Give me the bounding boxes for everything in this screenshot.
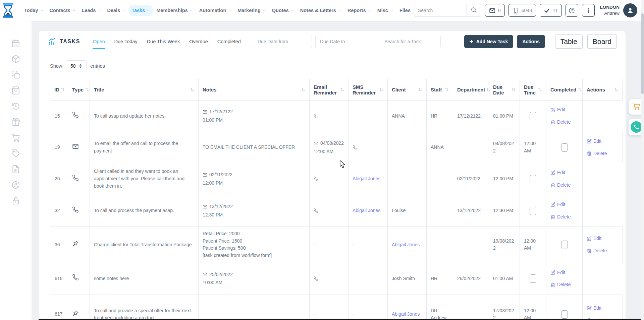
edit-link[interactable]: Edit (550, 106, 578, 114)
nav-item-quotes[interactable]: Quotes (269, 5, 297, 16)
client-link[interactable]: Abigail Jones (353, 176, 380, 181)
nav-item-marketing[interactable]: Marketing (234, 5, 269, 16)
account-icon[interactable] (11, 181, 20, 189)
column-header-id[interactable]: ID (50, 79, 68, 101)
edit-link[interactable]: Edit (550, 269, 578, 276)
sort-icon (61, 87, 65, 92)
nav-item-deals[interactable]: Deals (104, 5, 129, 16)
task-search-input[interactable] (380, 35, 441, 48)
edit-link[interactable]: Edit (587, 305, 618, 312)
cell-sms-reminder: 01:00 PM (310, 101, 348, 132)
delete-link[interactable]: Delete (587, 150, 618, 157)
completed-checkbox[interactable] (530, 112, 536, 120)
plus-icon: + (470, 38, 473, 45)
history-icon[interactable] (11, 102, 20, 111)
client-link[interactable]: Abigail Jones (392, 242, 420, 247)
tab-open[interactable]: Open (88, 31, 109, 52)
add-new-task-button[interactable]: + Add New Task (464, 35, 514, 48)
completed-checkbox[interactable] (530, 175, 536, 183)
completed-checkbox[interactable] (530, 207, 536, 215)
user-name: Andrew (600, 10, 620, 16)
package-icon[interactable] (11, 55, 20, 63)
mail-indicator-button[interactable]: 0 (485, 4, 505, 17)
edit-link[interactable]: Edit (550, 169, 578, 177)
column-header-sms[interactable]: SMS Reminder (348, 79, 388, 101)
cell-type: To call customer in order to book an app… (68, 163, 90, 195)
nav-item-misc[interactable]: Misc (374, 5, 396, 16)
due-date-from-input[interactable] (253, 35, 312, 48)
completed-checkbox[interactable] (561, 241, 568, 249)
nav-item-memberships[interactable]: Memberships (153, 5, 196, 16)
nav-item-contacts[interactable]: Contacts (47, 5, 79, 16)
app-logo[interactable] (0, 2, 16, 18)
nav-item-leads[interactable]: Leads (79, 5, 104, 16)
tab-due-today[interactable]: Due Today (110, 31, 142, 52)
edit-link[interactable]: Edit (587, 235, 618, 242)
cell-staff: ANNA (388, 101, 427, 132)
tasks-indicator-button[interactable]: 11 (540, 4, 562, 17)
cart-icon[interactable] (11, 133, 20, 142)
nav-item-notes-letters[interactable]: Notes & Letters (297, 5, 344, 16)
tag-icon[interactable] (11, 149, 20, 158)
info-button[interactable] (582, 4, 595, 17)
actions-button[interactable]: Actions (517, 35, 545, 48)
nav-item-automation[interactable]: Automation (196, 5, 235, 16)
client-link[interactable]: Abigail Jones (353, 208, 380, 213)
client-link[interactable]: Abigail Jones (392, 311, 420, 317)
completed-checkbox[interactable] (561, 143, 568, 152)
column-header-staff[interactable]: Staff (427, 79, 453, 101)
tab-due-this-week[interactable]: Due This Week (142, 31, 185, 52)
board-view-button[interactable]: Board (587, 35, 617, 49)
sms-indicator-button[interactable]: 6048 (508, 4, 536, 17)
nav-item-tasks[interactable]: Tasks (128, 5, 153, 16)
nav-item-today[interactable]: Today (21, 5, 47, 16)
search-icon[interactable] (466, 4, 481, 16)
column-header-due_date[interactable]: Due Date (489, 79, 520, 101)
page-size-select[interactable]: 50 (66, 60, 87, 71)
report-icon[interactable] (11, 165, 20, 174)
sort-icon (486, 87, 490, 92)
completed-checkbox[interactable] (561, 310, 568, 319)
column-header-department[interactable]: Department (453, 79, 489, 101)
column-header-email[interactable]: Email Reminder (310, 79, 348, 101)
tab-completed[interactable]: Completed (213, 31, 246, 52)
nav-item-reports[interactable]: Reports (344, 5, 374, 16)
user-avatar[interactable] (623, 3, 637, 17)
table-view-button[interactable]: Table (555, 35, 583, 49)
help-button[interactable] (566, 4, 578, 17)
column-header-due_time[interactable]: Due Time (520, 79, 546, 101)
delete-link[interactable]: Delete (550, 281, 578, 289)
global-search-input[interactable] (414, 4, 466, 16)
task-row-32: 32 To call this customer To call and pro… (50, 195, 623, 227)
delete-link[interactable]: Delete (550, 119, 578, 126)
sort-icon (445, 87, 449, 92)
due-date-to-input[interactable] (315, 35, 374, 48)
select-updown-icon (79, 64, 82, 68)
delete-link[interactable]: Delete (587, 247, 618, 255)
delete-link[interactable]: Delete (550, 213, 578, 221)
scrollbar-thumb[interactable] (641, 13, 644, 94)
column-header-actions[interactable]: Actions (583, 79, 623, 101)
nav-item-files[interactable]: Files (396, 5, 414, 16)
edit-icon (550, 170, 555, 175)
shopping-bag-icon[interactable] (11, 86, 20, 95)
column-header-completed[interactable]: Completed (546, 79, 583, 101)
column-header-notes[interactable]: Notes (199, 79, 310, 101)
gift-icon[interactable] (11, 118, 20, 126)
edit-link[interactable]: Edit (587, 138, 618, 145)
task-row-617: 617 To call and provide a special offer … (50, 295, 623, 320)
completed-checkbox[interactable] (530, 274, 536, 283)
cell-actions: Edit Delete (546, 163, 583, 195)
cell-id: 15 (50, 101, 68, 132)
tab-overdue[interactable]: Overdue (184, 31, 213, 52)
cell-email-reminder: 13/12/202212:30 PM (199, 195, 310, 227)
column-header-title[interactable]: Title (90, 79, 199, 101)
lock-icon[interactable] (11, 196, 20, 205)
copy-icon[interactable] (11, 70, 20, 79)
column-header-type[interactable]: Type (68, 79, 90, 101)
column-header-client[interactable]: Client (388, 79, 427, 101)
edit-link[interactable]: Edit (550, 201, 578, 208)
calendar-icon[interactable]: 12 (11, 39, 20, 48)
user-meta: LONDON Andrew (600, 4, 620, 16)
delete-link[interactable]: Delete (550, 182, 578, 189)
